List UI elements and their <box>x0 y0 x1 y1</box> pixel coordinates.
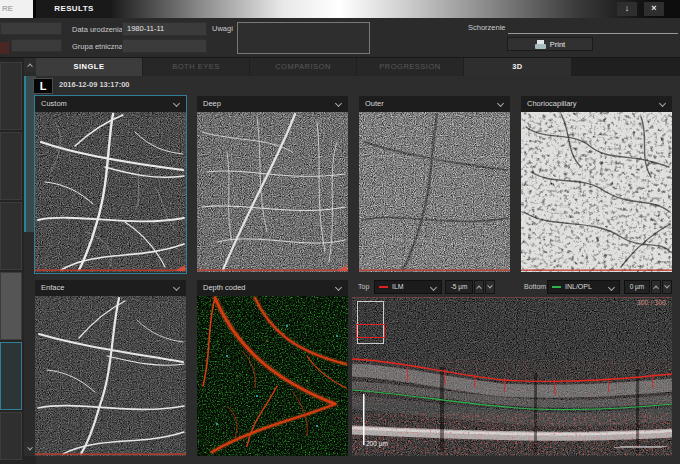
bottom-offset-increase-button[interactable] <box>651 280 661 294</box>
depth-coded-panel-title: Depth coded <box>203 283 246 292</box>
top-boundary-label: Top <box>358 280 369 294</box>
inlopl-legend-line <box>552 286 561 288</box>
tab-capture-partial[interactable]: RE <box>0 0 33 18</box>
chevron-down-icon <box>335 100 342 107</box>
print-button[interactable]: Print <box>507 37 593 51</box>
chevron-down-icon <box>659 100 666 107</box>
print-button-label: Print <box>550 40 565 49</box>
bottom-layer-select[interactable]: INL/OPL <box>547 280 620 294</box>
patient-field-stub-2[interactable] <box>11 39 62 52</box>
deep-angiogram-image[interactable] <box>197 112 348 272</box>
outer-angiogram-image[interactable] <box>359 112 510 272</box>
ethnic-group-label: Grupa etniczna <box>72 42 123 51</box>
enface-panel-title: Enface <box>41 283 64 292</box>
tab-comparison[interactable]: COMPARISON <box>250 58 356 76</box>
top-offset-value[interactable]: -5 µm <box>445 280 473 294</box>
tab-progression[interactable]: PROGRESSION <box>357 58 463 76</box>
deep-panel-title: Deep <box>203 99 221 108</box>
bottom-layer-value: INL/OPL <box>565 281 592 293</box>
dob-label: Data urodzenia <box>72 25 123 34</box>
scan-thumbnail[interactable] <box>0 412 22 460</box>
top-offset-increase-button[interactable] <box>474 280 484 294</box>
tab-results[interactable]: RESULTS <box>36 0 112 18</box>
title-gradient-strip <box>112 0 680 18</box>
choriocapillary-angiogram-image[interactable] <box>521 112 672 272</box>
exam-datetime: 2016-12-09 13:17:00 <box>59 80 129 89</box>
chevron-down-icon <box>335 284 342 291</box>
minimize-icon[interactable]: ↓ <box>617 2 637 16</box>
chevron-down-icon <box>664 283 670 289</box>
vertical-scale-bar <box>363 394 364 445</box>
scroll-up-button[interactable] <box>24 58 36 72</box>
frame-counter: 300 / 300 <box>637 299 666 306</box>
outer-layer-select[interactable]: Outer <box>359 96 510 112</box>
chevron-up-icon <box>476 286 482 292</box>
bscan-position-marker <box>356 324 385 338</box>
patient-field-stub-1[interactable] <box>0 22 62 35</box>
enface-layer-select[interactable]: Enface <box>35 280 186 296</box>
top-layer-select[interactable]: ILM <box>374 280 442 294</box>
tab-single[interactable]: SINGLE <box>36 58 142 76</box>
notes-textarea[interactable] <box>237 22 370 54</box>
top-layer-value: ILM <box>392 281 404 293</box>
horizontal-scale-bar <box>614 447 662 448</box>
deep-layer-select[interactable]: Deep <box>197 96 348 112</box>
laterality-badge: L <box>33 78 53 94</box>
enface-image[interactable] <box>35 296 186 456</box>
chevron-down-icon <box>27 445 33 451</box>
bottom-offset-value[interactable]: 0 µm <box>624 280 650 294</box>
depth-coded-image[interactable] <box>197 296 348 456</box>
title-bar: RE RESULTS ↓ × <box>0 0 680 18</box>
custom-panel-title: Custom <box>41 99 67 108</box>
octa-results-window: RE RESULTS ↓ × Data urodzenia 1980-11-11… <box>0 0 680 464</box>
scan-thumbnail[interactable] <box>0 62 22 130</box>
choriocapillary-panel-title: Choriocapillary <box>527 99 577 108</box>
choriocapillary-layer-select[interactable]: Choriocapillary <box>521 96 672 112</box>
scan-list-sidebar <box>0 58 36 464</box>
tab-3d[interactable]: 3D <box>464 58 571 76</box>
scan-thumbnail[interactable] <box>0 202 22 270</box>
outer-panel-title: Outer <box>365 99 384 108</box>
ilm-legend-line <box>379 286 388 288</box>
scan-thumbnail[interactable] <box>0 132 22 200</box>
chevron-down-icon <box>430 284 437 291</box>
scan-thumbnail-selected[interactable] <box>0 342 22 410</box>
chevron-down-icon <box>608 284 615 291</box>
bottom-boundary-label: Bottom <box>524 280 546 294</box>
bottom-offset-decrease-button[interactable] <box>662 280 672 294</box>
scan-thumbnail-hover[interactable] <box>0 272 22 340</box>
depth-coded-layer-select[interactable]: Depth coded <box>197 280 348 296</box>
chevron-up-icon <box>653 286 659 292</box>
chevron-down-icon <box>173 284 180 291</box>
top-offset-decrease-button[interactable] <box>485 280 495 294</box>
ethnic-group-field[interactable] <box>122 39 207 53</box>
view-tab-bar: SINGLE BOTH EYES COMPARISON PROGRESSION … <box>0 58 680 76</box>
patient-info-bar: Data urodzenia 1980-11-11 Grupa etniczna… <box>0 18 680 58</box>
close-icon[interactable]: × <box>644 2 664 16</box>
condition-label: Schorzenie <box>468 23 506 32</box>
dob-field[interactable]: 1980-11-11 <box>122 22 207 36</box>
chevron-up-icon <box>27 64 33 70</box>
tab-both-eyes[interactable]: BOTH EYES <box>143 58 249 76</box>
chevron-down-icon <box>173 100 180 107</box>
condition-field[interactable] <box>508 33 678 34</box>
notes-label: Uwagi <box>212 24 233 33</box>
custom-layer-select[interactable]: Custom <box>35 96 186 112</box>
scale-label: 200 µm <box>366 440 388 447</box>
printer-icon <box>535 40 546 49</box>
bscan-image[interactable]: 300 / 300 200 µm <box>352 297 672 456</box>
patient-color-stub <box>0 42 9 54</box>
custom-angiogram-image[interactable] <box>35 112 186 272</box>
chevron-down-icon <box>487 283 493 289</box>
chevron-down-icon <box>497 100 504 107</box>
